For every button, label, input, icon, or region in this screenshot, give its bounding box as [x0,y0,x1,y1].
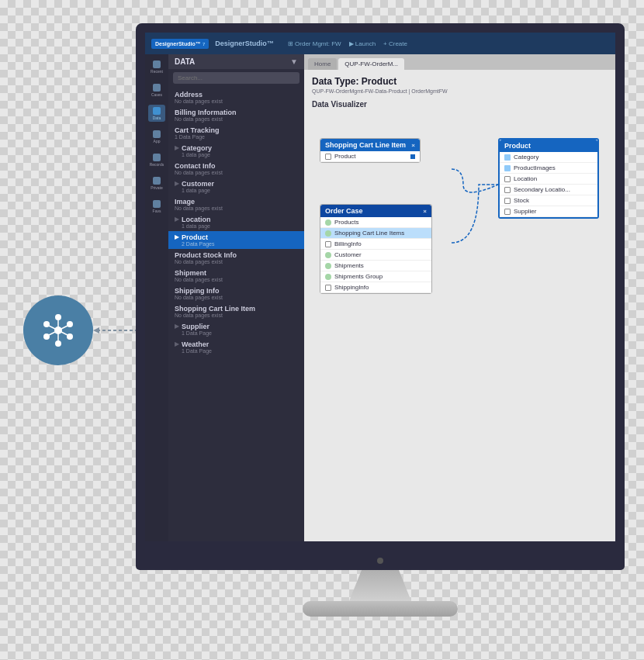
svg-point-1 [55,314,61,320]
tab-home[interactable]: Home [308,58,337,70]
order-row-products: Products [320,217,431,228]
checkbox-icon [325,154,331,160]
sidebar-icons: Recent Cases Data App [145,54,168,541]
search-input[interactable] [173,72,299,84]
left-arrow-icon [93,323,140,338]
svg-point-5 [43,333,50,340]
list-item-customer[interactable]: ▶ Customer 1 data page [168,178,304,195]
content-tabs: Home QUP-FW-OrderM... [304,54,615,70]
data-panel-title: DATA [175,57,195,66]
order-case-title: Order Case [325,207,363,215]
data-panel: DATA ▼ Address No data pages exist Billi… [168,54,304,541]
order-row-shipments: Shipments [320,261,431,271]
shopping-cart-row-product: Product [320,151,420,162]
nav-create[interactable]: + Create [383,40,407,47]
nav-launch[interactable]: ▶ Launch [349,40,376,47]
svg-point-6 [43,321,50,327]
tab-qup[interactable]: QUP-FW-OrderM... [338,58,404,70]
shopping-cart-node[interactable]: Shopping Cart Line Item × Product [320,138,421,163]
link-icon [325,219,331,226]
product-row-supplier: Supplier [500,206,597,217]
order-row-customer: Customer [320,250,431,261]
data-list: Address No data pages exist Billing Info… [168,87,304,541]
list-item-product[interactable]: ▶ Product 2 Data Pages [168,231,304,249]
top-bar: DesignerStudio™ 7 DesignerStudio™ ⊞ Orde… [145,33,615,54]
checkbox-icon-7 [504,209,511,215]
checkbox-icon-4 [504,176,511,182]
list-item-location[interactable]: ▶ Location 1 data page [168,213,304,231]
product-row-secondary: Secondary Locatio... [500,185,597,195]
list-item-weather[interactable]: ▶ Weather 1 Data Page [168,338,304,356]
sidebar-item-private[interactable]: Private [148,175,165,192]
list-item-shipment[interactable]: Shipment No data pages exist [168,267,304,285]
top-nav: ⊞ Order Mgmt: FW ▶ Launch + Create [288,40,407,47]
list-item-supplier[interactable]: ▶ Supplier 1 Data Page [168,320,304,338]
app-title: DesignerStudio™ [215,40,274,47]
nav-order[interactable]: ⊞ Order Mgmt: FW [288,40,341,47]
link-icon-5 [325,274,331,280]
data-panel-header: DATA ▼ [168,54,304,69]
svg-point-3 [67,333,73,340]
order-case-node[interactable]: Order Case × Products Shopping Cart Line [320,204,432,294]
img-icon [504,154,511,161]
pega-logo: DesignerStudio™ 7 [151,39,209,49]
product-row-location: Location [500,174,597,185]
link-icon-4 [325,263,331,269]
product-row-text: Product [334,153,356,160]
order-row-billing: BillingInfo [320,239,431,250]
order-row-shopping-cart: Shopping Cart Line Items [320,228,431,239]
link-icon-3 [325,252,331,258]
product-header: Product [500,140,597,152]
list-item-category[interactable]: ▶ Category 1 data page [168,142,304,160]
list-item-billing[interactable]: Billing Information No data pages exist [168,106,304,124]
data-panel-dropdown-icon[interactable]: ▼ [290,57,298,66]
order-row-shipments-group: Shipments Group [320,271,431,282]
svg-point-2 [67,321,73,327]
product-title: Product [504,142,531,150]
list-item-contact[interactable]: Contact Info No data pages exist [168,160,304,178]
order-row-shipping: ShippingInfo [320,282,431,293]
sidebar-item-cases[interactable]: Cases [148,81,165,98]
shopping-cart-close[interactable]: × [411,142,415,149]
sidebar-item-records[interactable]: Records [148,151,165,168]
list-item-image[interactable]: Image No data pages exist [168,195,304,213]
monitor-screen: DesignerStudio™ 7 DesignerStudio™ ⊞ Orde… [136,23,625,551]
order-case-header: Order Case × [320,205,431,217]
data-visualizer: Shopping Cart Line Item × Product [312,115,608,347]
svg-marker-14 [93,327,99,333]
sidebar-item-app[interactable]: App [148,128,165,145]
product-row-stock: Stock [500,195,597,206]
monitor-bezel [136,551,625,570]
sidebar-item-recent[interactable]: Recent [148,58,165,75]
monitor-stand-neck [349,570,411,601]
svg-point-4 [55,340,61,347]
monitor-stand-base [303,601,458,617]
list-item-shipping-info[interactable]: Shipping Info No data pages exist [168,285,304,302]
link-icon-2 [325,230,331,237]
list-item-cart-tracking[interactable]: Cart Tracking 1 Data Page [168,124,304,142]
list-item-address[interactable]: Address No data pages exist [168,88,304,106]
data-type-title: Data Type: Product [312,76,608,87]
list-item-shopping-cart[interactable]: Shopping Cart Line Item No data pages ex… [168,302,304,320]
product-node[interactable]: Product Category ProductImages [498,138,599,219]
content-area: Home QUP-FW-OrderM... Data Type: Product… [304,54,615,541]
product-row-category: Category [500,152,597,163]
content-body: Data Type: Product QUP-FW-OrderMgmt-FW-D… [304,70,615,541]
checkbox-icon-3 [325,285,331,291]
shopping-cart-title: Shopping Cart Line Item [325,141,406,149]
sidebar-item-favorites[interactable]: Favs [148,198,165,215]
checkbox-icon-2 [325,241,331,247]
checkbox-icon-5 [504,187,511,193]
sidebar-item-data[interactable]: Data [148,105,165,122]
network-hub-icon[interactable] [23,295,93,365]
monitor: DesignerStudio™ 7 DesignerStudio™ ⊞ Orde… [132,23,628,636]
visualizer-title: Data Visualizer [312,100,608,109]
monitor-camera [377,558,383,564]
product-row-images: ProductImages [500,163,597,174]
checkbox-icon-6 [504,198,511,204]
data-type-path: QUP-FW-OrderMgmt-FW-Data-Product | Order… [312,88,608,94]
list-item-product-stock[interactable]: Product Stock Info No data pages exist [168,249,304,267]
order-case-close[interactable]: × [423,208,427,215]
shopping-cart-header: Shopping Cart Line Item × [320,139,420,151]
img-icon-2 [504,165,511,171]
